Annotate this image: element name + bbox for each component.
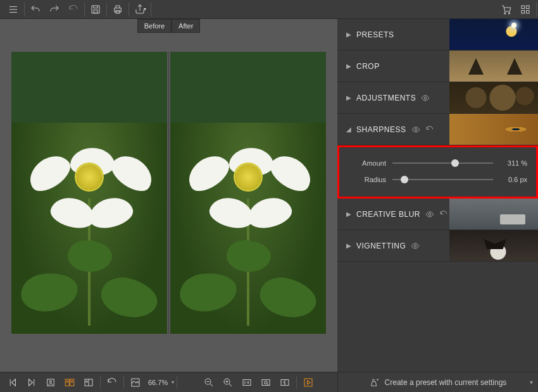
panel-label: ADJUSTMENTS [356,94,416,102]
panel-label: CROP [356,62,380,71]
svg-rect-1 [94,9,97,13]
panel-presets[interactable]: ▶PRESETS [337,19,538,51]
top-toolbar: ▾ [0,0,538,19]
panel-label: CREATIVE BLUR [356,210,420,219]
disclosure-icon: ▶ [346,31,351,38]
chevron-down-icon[interactable]: ▾ [530,379,533,386]
visibility-icon[interactable] [421,93,430,102]
compare-view-icon[interactable] [61,374,78,391]
bottom-toolbar: 66.7%▾ [0,372,337,392]
reset-icon[interactable] [64,0,83,19]
svg-point-13 [415,245,417,247]
navigator-icon[interactable] [276,374,294,391]
before-view[interactable] [11,52,167,334]
svg-rect-9 [527,10,530,13]
svg-rect-26 [262,379,270,385]
panel-thumbnail [449,230,538,261]
panel-label: VIGNETTING [356,242,406,250]
panel-sharpness[interactable]: ◢SHARPNESS [337,114,538,145]
panel-thumbnail [449,19,538,50]
zoom-out-icon[interactable] [200,374,218,391]
fit-icon[interactable] [127,374,144,391]
visibility-icon[interactable] [411,125,420,134]
batch-grid-icon[interactable] [516,0,535,19]
svg-point-10 [424,97,427,99]
svg-rect-6 [522,6,525,9]
disclosure-icon: ▶ [346,94,351,101]
radius-label: Radius [348,176,386,183]
before-label: Before [137,19,172,33]
radius-slider[interactable] [392,175,493,184]
visibility-icon[interactable] [425,209,434,219]
visibility-icon[interactable] [411,241,420,250]
panel-thumbnail [449,51,538,82]
svg-point-27 [265,381,268,384]
svg-rect-25 [243,379,251,385]
amount-value: 311 % [493,159,527,167]
undo-icon[interactable] [26,0,45,19]
rotate-icon[interactable] [103,374,121,391]
create-preset-button[interactable]: Create a preset with current settings ▾ [337,372,538,392]
svg-rect-29 [304,379,312,386]
panel-crop[interactable]: ▶CROP [337,51,538,82]
after-label: After [172,19,200,33]
svg-point-18 [66,381,68,382]
zoom-value[interactable]: 66.7% [146,379,170,386]
zoom-100-icon[interactable] [238,374,256,391]
right-panel: ▶PRESETS▶CROP▶ADJUSTMENTS◢SHARPNESSAmoun… [337,19,538,372]
svg-rect-2 [115,8,122,11]
first-image-icon[interactable] [4,374,22,391]
redo-icon[interactable] [45,0,64,19]
sharpness-controls: Amount311 %Radius0.6 px [337,145,538,199]
radius-value: 0.6 px [493,176,527,183]
panel-adjust[interactable]: ▶ADJUSTMENTS [337,82,538,114]
svg-point-19 [72,381,73,382]
svg-point-12 [429,213,431,216]
reset-panel-icon[interactable] [439,209,448,219]
print-icon[interactable] [108,0,127,19]
svg-rect-7 [527,6,530,9]
disclosure-icon: ▶ [346,211,351,217]
svg-point-5 [508,12,510,13]
panel-label: PRESETS [356,30,394,39]
next-image-icon[interactable] [23,374,41,391]
panel-creative[interactable]: ▶CREATIVE BLUR [337,199,538,230]
disclosure-icon: ▶ [346,63,351,70]
save-icon[interactable] [86,0,105,19]
zoom-fit-icon[interactable] [257,374,275,391]
menu-icon[interactable] [4,0,23,19]
split-view-icon[interactable] [80,374,97,391]
create-preset-label: Create a preset with current settings [385,378,507,387]
canvas-area: Before After [0,19,337,372]
svg-point-21 [86,381,87,382]
zoom-in-icon[interactable] [219,374,237,391]
panel-thumbnail [449,199,538,230]
single-view-icon[interactable] [42,374,59,391]
panel-thumbnail [449,114,538,145]
panel-thumbnail [449,82,538,113]
share-icon[interactable]: ▾ [130,0,149,19]
disclosure-icon: ◢ [346,126,351,133]
disclosure-icon: ▶ [346,242,351,249]
svg-point-15 [50,381,52,383]
amount-label: Amount [348,159,386,167]
svg-rect-0 [92,6,99,13]
cart-icon[interactable] [497,0,516,19]
quick-export-icon[interactable] [299,374,317,391]
panel-vignetting[interactable]: ▶VIGNETTING [337,230,538,262]
reset-panel-icon[interactable] [425,125,434,134]
svg-point-4 [504,12,506,13]
panel-label: SHARPNESS [356,125,406,134]
amount-slider[interactable] [392,159,493,168]
svg-rect-8 [522,10,525,13]
svg-point-11 [415,128,417,131]
after-view[interactable] [170,52,326,334]
